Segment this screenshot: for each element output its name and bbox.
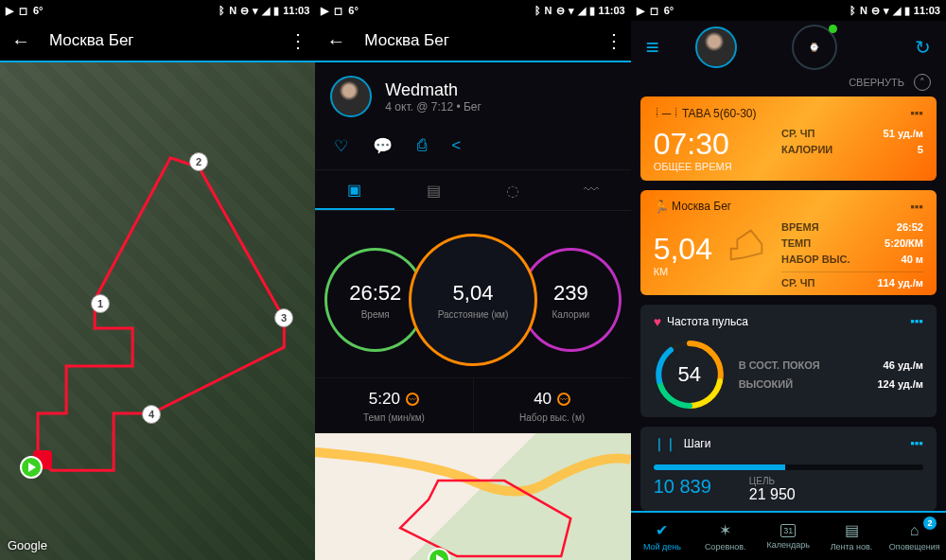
dnd-icon: ⊖ — [240, 5, 249, 17]
temperature: 6° — [33, 5, 44, 16]
dumbbell-icon: ⸽⸺⸽ — [654, 106, 679, 120]
map-marker[interactable]: 2 — [189, 152, 208, 171]
youtube-icon: ▶ — [321, 5, 328, 17]
screen-map: ▶ ◻ 6° ᛒ N ⊖ ▾ ◢ ▮ 11:03 ← Москва Бег ⋮ … — [0, 0, 315, 560]
taba-label: ОБЩЕЕ ВРЕМЯ — [654, 161, 732, 172]
comment-icon[interactable]: 💬 — [373, 136, 393, 156]
calendar-icon: 31 — [780, 524, 796, 537]
nav-compete[interactable]: ✶ Соревнов. — [693, 513, 757, 560]
card-title: Частота пульса — [667, 315, 748, 328]
clock: 11:03 — [599, 5, 625, 16]
card-title: Шаги — [684, 437, 711, 450]
status-bar: ▶ ◻ 6° ᛒ N ⊖ ▾ ◢ ▮ 11:03 — [0, 0, 315, 21]
hr-value: 54 — [654, 339, 726, 411]
action-row: ♡ 💬 ⎙ < — [315, 131, 630, 169]
trophy-icon: ✶ — [719, 521, 731, 539]
feed-icon: ▤ — [845, 521, 859, 539]
signal-icon: ◢ — [578, 5, 586, 17]
share-icon[interactable]: < — [451, 136, 461, 156]
burger-icon[interactable]: ≡ — [646, 34, 659, 61]
sync-icon[interactable]: ↻ — [915, 36, 931, 59]
heart-icon: ♥ — [654, 314, 661, 329]
screenshot-icon: ◻ — [19, 5, 27, 17]
temperature: 6° — [664, 5, 674, 16]
screen-myday: ▶ ◻ 6° ᛒ N ⊖ ▾ ◢ ▮ 11:03 ≡ ⌚ ↻ СВЕРНУТЬ … — [631, 0, 946, 560]
card-title: Москва Бег — [672, 200, 731, 213]
barchart-icon[interactable]: ▪▪▪ — [910, 200, 923, 214]
nav-alerts[interactable]: ⌂ Оповещения 2 — [883, 513, 946, 560]
cards-scroll[interactable]: ⸽⸺⸽ TABA 5(60-30) ▪▪▪ 07:30 ОБЩЕЕ ВРЕМЯ … — [631, 96, 946, 511]
more-icon[interactable]: ⋮ — [604, 29, 620, 52]
map-marker[interactable]: 3 — [274, 308, 293, 327]
tab-laps[interactable]: ▤ — [394, 170, 473, 210]
signal-icon: ◢ — [893, 5, 901, 17]
card-run[interactable]: 🏃 Москва Бег ▪▪▪ 5,04 КМ ВРЕМЯ26:52 ТЕМП… — [640, 190, 937, 295]
nfc-icon: N — [229, 5, 236, 16]
check-icon: ✔ — [656, 521, 668, 539]
nfc-icon: N — [545, 5, 552, 16]
header-title: Москва Бег — [49, 31, 289, 50]
run-label: КМ — [654, 266, 712, 277]
barchart-icon[interactable]: ▪▪▪ — [910, 314, 923, 328]
stat-gain[interactable]: 40〰 Набор выс. (м) — [474, 378, 631, 432]
back-icon[interactable]: ← — [326, 30, 345, 52]
running-icon: 🏃 — [654, 200, 669, 214]
nfc-icon: N — [860, 5, 867, 16]
wifi-icon: ▾ — [884, 5, 889, 17]
status-bar: ▶ ◻ 6° ᛒ N ⊖ ▾ ◢ ▮ 11:03 — [631, 0, 946, 21]
map-marker[interactable]: 4 — [142, 405, 161, 424]
avatar[interactable] — [330, 76, 372, 117]
steps-progress — [654, 464, 923, 470]
tab-overview[interactable]: ▣ — [315, 170, 394, 210]
card-steps[interactable]: ❘❘ Шаги ▪▪▪ 10 839 ЦЕЛЬ 21 950 — [640, 427, 937, 511]
bottom-nav: ✔ Мой день ✶ Соревнов. 31 Календарь ▤ Ле… — [631, 511, 946, 560]
map-light[interactable] — [315, 433, 630, 560]
header: ← Москва Бег ⋮ — [315, 21, 630, 62]
device-ring[interactable]: ⌚ — [792, 25, 837, 70]
screen-activity: ▶ ◻ 6° ᛒ N ⊖ ▾ ◢ ▮ 11:03 ← Москва Бег ⋮ … — [315, 0, 630, 560]
card-hr[interactable]: ♥ Частота пульса ▪▪▪ 54 В С — [640, 305, 937, 417]
clock: 11:03 — [283, 5, 309, 16]
stats-row: 5:20〰 Темп (мин/км) 40〰 Набор выс. (м) — [315, 377, 630, 433]
barchart-icon[interactable]: ▪▪▪ — [910, 106, 923, 120]
header: ← Москва Бег ⋮ — [0, 21, 315, 62]
chevron-up-icon: ˄ — [914, 74, 931, 91]
map-satellite[interactable]: 1 2 3 4 Google — [0, 62, 315, 560]
collapse-row[interactable]: СВЕРНУТЬ ˄ — [631, 74, 946, 96]
hr-ring: 54 — [654, 339, 726, 411]
top-row: ≡ ⌚ ↻ — [631, 21, 946, 74]
metric-circles: 26:52 Время 5,04 Расстояние (км) 239 Кал… — [315, 211, 630, 377]
map-contents — [315, 433, 630, 560]
nav-calendar[interactable]: 31 Календарь — [757, 513, 820, 560]
battery-icon: ▮ — [904, 5, 910, 17]
battery-icon: ▮ — [273, 5, 279, 17]
avatar[interactable] — [695, 26, 737, 68]
nav-feed[interactable]: ▤ Лента нов. — [820, 513, 884, 560]
steps-value: 10 839 — [654, 476, 711, 503]
youtube-icon: ▶ — [6, 5, 13, 17]
back-icon[interactable]: ← — [11, 30, 30, 52]
map-start-pin[interactable] — [19, 455, 38, 474]
tab-route[interactable]: ◌ — [473, 170, 552, 210]
camera-icon[interactable]: ⎙ — [417, 136, 427, 156]
bluetooth-icon: ᛒ — [850, 5, 856, 16]
metric-distance[interactable]: 5,04 Расстояние (км) — [409, 234, 537, 366]
barchart-icon[interactable]: ▪▪▪ — [910, 436, 923, 450]
stat-pace[interactable]: 5:20〰 Темп (мин/км) — [315, 378, 472, 432]
map-marker[interactable]: 1 — [91, 294, 110, 313]
steps-icon: ❘❘ — [654, 436, 676, 451]
collapse-label: СВЕРНУТЬ — [849, 77, 904, 88]
nav-myday[interactable]: ✔ Мой день — [631, 513, 694, 560]
google-attribution: Google — [8, 538, 47, 552]
card-taba[interactable]: ⸽⸺⸽ TABA 5(60-30) ▪▪▪ 07:30 ОБЩЕЕ ВРЕМЯ … — [640, 96, 937, 181]
youtube-icon: ▶ — [637, 5, 644, 17]
pace-icon: 〰 — [406, 393, 419, 406]
like-icon[interactable]: ♡ — [334, 136, 348, 156]
screenshot-icon: ◻ — [650, 5, 658, 17]
tab-charts[interactable]: 〰 — [552, 170, 630, 210]
alerts-badge: 2 — [923, 516, 937, 530]
screenshot-icon: ◻ — [334, 5, 342, 17]
more-icon[interactable]: ⋮ — [289, 29, 304, 52]
dnd-icon: ⊖ — [871, 5, 880, 17]
battery-icon: ▮ — [589, 5, 595, 17]
